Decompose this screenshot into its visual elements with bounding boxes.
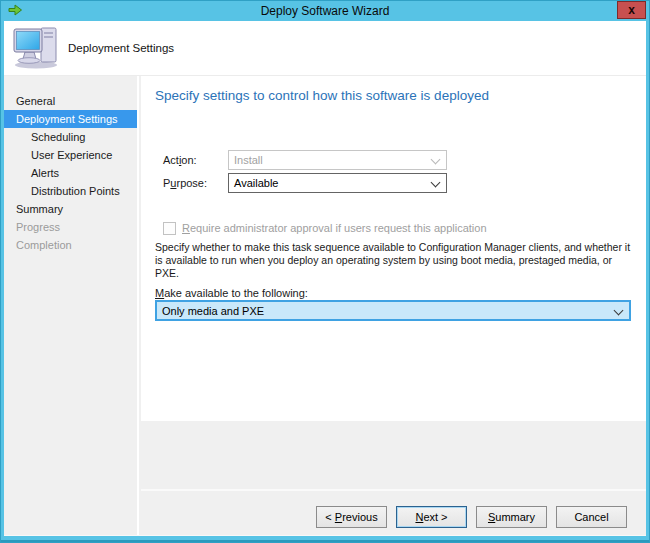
sidebar-item-summary[interactable]: Summary: [4, 200, 137, 218]
sidebar-item-general[interactable]: General: [4, 92, 137, 110]
wizard-steps-sidebar: General Deployment Settings Scheduling U…: [4, 76, 139, 535]
task-sequence-note: Specify whether to make this task sequen…: [155, 241, 637, 280]
action-value: Install: [234, 154, 263, 166]
cancel-button[interactable]: Cancel: [556, 506, 627, 528]
sidebar-item-user-experience[interactable]: User Experience: [4, 146, 137, 164]
computer-icon: [12, 26, 60, 70]
require-approval-checkbox: [163, 222, 176, 235]
make-available-value: Only media and PXE: [162, 305, 264, 317]
deployment-settings-page: Specify settings to control how this sof…: [141, 76, 646, 535]
chevron-down-icon: [614, 306, 624, 316]
page-title: Deployment Settings: [68, 21, 174, 75]
wizard-body: General Deployment Settings Scheduling U…: [4, 76, 646, 535]
previous-button[interactable]: < Previous: [316, 506, 387, 528]
action-label: Action:: [163, 150, 197, 170]
chevron-down-icon: [431, 178, 441, 188]
next-button[interactable]: Next >: [396, 506, 467, 528]
wizard-header: Deployment Settings: [4, 21, 646, 76]
summary-button[interactable]: Summary: [476, 506, 547, 528]
chevron-down-icon: [431, 155, 441, 165]
sidebar-item-alerts[interactable]: Alerts: [4, 164, 137, 182]
deploy-software-wizard-window: Deploy Software Wizard x Deployment Sett…: [0, 0, 650, 543]
window-title: Deploy Software Wizard: [1, 1, 649, 21]
sidebar-item-deployment-settings[interactable]: Deployment Settings: [4, 110, 137, 128]
purpose-label: Purpose:: [163, 173, 207, 193]
sidebar-item-distribution-points[interactable]: Distribution Points: [4, 182, 137, 200]
footer-separator: [141, 489, 646, 491]
sidebar-item-scheduling[interactable]: Scheduling: [4, 128, 137, 146]
close-button[interactable]: x: [617, 1, 646, 19]
footer-button-row: < Previous Next > Summary Cancel: [141, 506, 627, 528]
close-icon: x: [628, 3, 635, 17]
sidebar-item-progress: Progress: [4, 218, 137, 236]
sidebar-item-completion: Completion: [4, 236, 137, 254]
titlebar[interactable]: Deploy Software Wizard x: [1, 1, 649, 21]
require-approval-label: Require administrator approval if users …: [182, 222, 487, 234]
purpose-dropdown[interactable]: Available: [228, 173, 447, 193]
page-heading: Specify settings to control how this sof…: [155, 88, 489, 103]
make-available-dropdown[interactable]: Only media and PXE: [155, 300, 631, 321]
purpose-value: Available: [234, 177, 278, 189]
action-dropdown: Install: [228, 150, 447, 170]
